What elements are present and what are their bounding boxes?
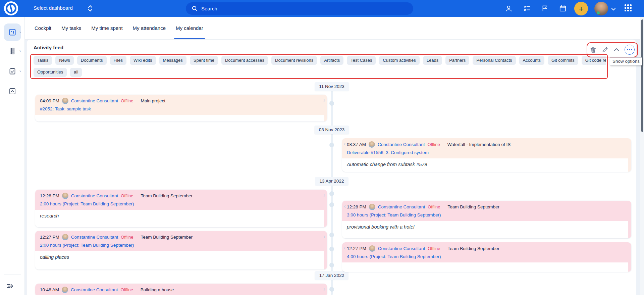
filter-chip-tasks[interactable]: Tasks <box>34 56 52 65</box>
time-label: 12:28 PM <box>40 193 59 198</box>
chevron-right-icon[interactable]: › <box>19 30 21 35</box>
filter-chip-messages[interactable]: Messages <box>159 56 186 65</box>
filter-chip-leads[interactable]: Leads <box>423 56 442 65</box>
activity-card-header: 12:27 PMConstantine ConsultantOfflineTea… <box>342 242 631 262</box>
user-link[interactable]: Constantine Consultant <box>71 235 118 240</box>
filter-chip-partners[interactable]: Partners <box>445 56 469 65</box>
flag-icon[interactable] <box>541 4 549 12</box>
activity-card-meta: 10:48 AMConstantine ConsultantOfflineBui… <box>40 287 322 293</box>
dashboard-selector-sort-icon[interactable] <box>87 5 93 13</box>
card-nav-icon[interactable]: › <box>323 286 325 292</box>
timeline-dot <box>329 247 334 251</box>
user-link[interactable]: Constantine Consultant <box>71 287 118 292</box>
activity-link[interactable]: Deliverable #1556: 3. Configured system <box>347 150 627 155</box>
search-icon <box>192 5 198 12</box>
activity-link[interactable]: 2:00 hours (Project: Team Building Septe… <box>40 201 322 206</box>
user-link[interactable]: Constantine Consultant <box>378 204 425 209</box>
project-label: Team Building September <box>447 246 499 251</box>
filter-chip-document-accesses[interactable]: Document accesses <box>221 56 268 65</box>
card-nav-icon[interactable]: ‹ <box>344 245 346 251</box>
card-nav-icon[interactable]: ‹ <box>344 141 346 147</box>
filter-chip-git-commits[interactable]: Git commits <box>548 56 578 65</box>
delete-button[interactable] <box>590 46 597 53</box>
sidebar-collapse-button[interactable] <box>5 282 15 292</box>
tab-my-time-spent[interactable]: My time spent <box>91 17 122 39</box>
card-nav-icon[interactable]: ‹ <box>344 203 346 209</box>
apps-grid-icon[interactable] <box>625 4 633 12</box>
filter-chip-git-code-requests[interactable]: Git code requests <box>582 56 606 65</box>
date-badge: 03 Nov 2023 <box>315 126 349 134</box>
time-label: 10:48 AM <box>40 287 59 292</box>
user-link[interactable]: Constantine Consultant <box>378 246 425 251</box>
project-label: Team Building September <box>141 193 193 198</box>
activity-link[interactable]: 3:00 hours (Project: Team Building Septe… <box>347 212 627 217</box>
user-profile-icon[interactable] <box>504 4 513 12</box>
plus-icon[interactable]: + <box>574 2 588 15</box>
user-link[interactable]: Constantine Consultant <box>71 193 118 198</box>
dashboard-selector[interactable]: Select dashboard <box>34 5 73 11</box>
card-nav-icon[interactable]: › <box>323 192 325 198</box>
filter-chip-all[interactable]: all <box>70 68 82 77</box>
filter-chip-wiki-edits[interactable]: Wiki edits <box>130 56 156 65</box>
tab-my-tasks[interactable]: My tasks <box>61 17 81 39</box>
edit-button[interactable] <box>602 46 608 53</box>
timeline-dot <box>329 202 334 207</box>
activity-link[interactable]: 4:00 hours (Project: Team Building Septe… <box>347 254 627 259</box>
activity-link[interactable]: 2:00 hours (Project: Team Building Septe… <box>40 243 322 248</box>
card-nav-icon[interactable]: › <box>323 97 325 103</box>
activity-card-header: 12:28 PMConstantine ConsultantOfflineTea… <box>35 190 327 210</box>
activity-link[interactable]: #2052: Task: sample task <box>40 106 322 111</box>
user-link[interactable]: Constantine Consultant <box>71 98 118 103</box>
filter-chip-personal-contacts[interactable]: Personal Contacts <box>473 56 516 65</box>
sidebar-item-collapse-group[interactable] <box>4 83 21 100</box>
sidebar-item-projects[interactable] <box>4 42 21 60</box>
timeline-dot <box>329 233 334 237</box>
user-avatar <box>62 287 68 293</box>
offline-badge: Offline <box>428 204 440 209</box>
filter-chip-custom-activities[interactable]: Custom activities <box>379 56 419 65</box>
user-avatar <box>62 98 68 104</box>
filter-chip-artifacts[interactable]: Artifacts <box>320 56 343 65</box>
time-label: 04:09 PM <box>40 98 59 103</box>
offline-badge: Offline <box>121 98 133 103</box>
tab-my-calendar[interactable]: My calendar <box>176 17 203 39</box>
options-button[interactable] <box>625 45 635 55</box>
sidebar-item-dashboard[interactable] <box>4 23 21 41</box>
activity-card-header: 08:37 AMConstantine ConsultantOfflineWat… <box>342 138 631 158</box>
app-logo-icon[interactable] <box>3 1 19 16</box>
sidebar: › › › <box>0 17 25 295</box>
chevron-right-icon[interactable]: › <box>19 48 21 53</box>
offline-badge: Offline <box>428 246 440 251</box>
avatar[interactable] <box>594 2 608 15</box>
filter-chip-news[interactable]: News <box>55 56 74 65</box>
card-nav-icon[interactable]: › <box>323 233 325 239</box>
activity-card-header: 10:48 AMConstantine ConsultantOfflineBui… <box>35 284 327 295</box>
filter-chip-document-revisions[interactable]: Document revisions <box>271 56 317 65</box>
filter-chip-files[interactable]: Files <box>110 56 126 65</box>
project-label: Team Building September <box>141 235 193 240</box>
filter-chip-opportunities[interactable]: Opportunities <box>34 68 67 77</box>
project-label: Building a house <box>141 287 174 292</box>
calendar-icon[interactable] <box>559 4 567 12</box>
user-link[interactable]: Constantine Consultant <box>378 142 425 147</box>
activity-card: 08:37 AMConstantine ConsultantOfflineWat… <box>342 138 631 172</box>
chevron-down-icon[interactable] <box>611 6 616 12</box>
scrollbar-thumb[interactable] <box>641 19 643 132</box>
clipboard-check-icon <box>8 67 16 75</box>
search-input[interactable]: Search <box>186 2 413 15</box>
filter-chip-spent-time[interactable]: Spent time <box>190 56 218 65</box>
collapse-widget-button[interactable] <box>613 47 620 52</box>
chevron-right-icon[interactable]: › <box>19 68 21 73</box>
checklist-icon[interactable] <box>523 4 531 12</box>
sidebar-item-tasks[interactable] <box>4 62 21 80</box>
chevron-up-icon <box>613 47 620 52</box>
tab-my-attendance[interactable]: My attendance <box>133 17 166 39</box>
tooltip: Show options <box>610 57 642 65</box>
activity-card: 12:28 PMConstantine ConsultantOfflineTea… <box>35 190 327 227</box>
tab-cockpit[interactable]: Cockpit <box>35 17 51 39</box>
offline-badge: Offline <box>120 287 133 292</box>
filter-chip-documents[interactable]: Documents <box>77 56 107 65</box>
filter-chip-test-cases[interactable]: Test Cases <box>347 56 376 65</box>
date-badge: 17 Jan 2022 <box>315 271 348 280</box>
filter-chip-accounts[interactable]: Accounts <box>519 56 544 65</box>
